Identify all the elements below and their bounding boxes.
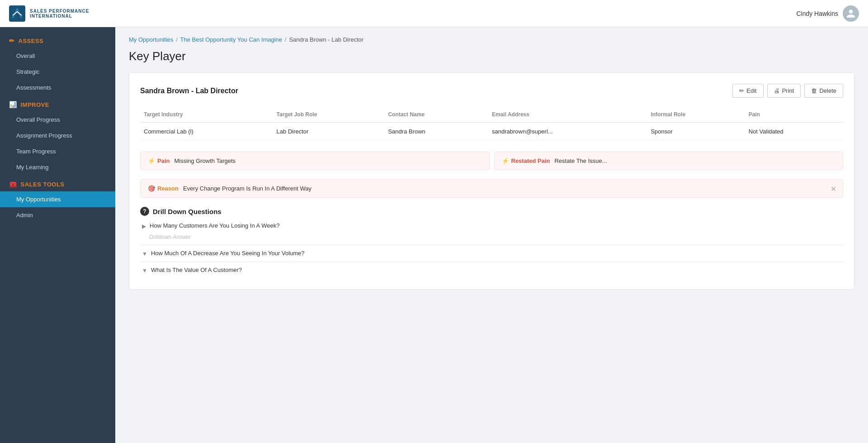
divider-2 <box>140 262 843 262</box>
print-button[interactable]: 🖨 Print <box>767 84 801 98</box>
col-header-email: Email Address <box>488 107 647 123</box>
cell-email: sandrabrown@superl... <box>488 123 647 141</box>
pain-value: Missing Growth Targets <box>174 157 236 164</box>
reason-close-button[interactable]: ✕ <box>830 184 836 193</box>
user-area: Cindy Hawkins <box>796 5 859 22</box>
top-header: SALES PERFORMANCE INTERNATIONAL Cindy Ha… <box>0 0 868 27</box>
sidebar-item-assignment-progress[interactable]: Assignment Progress <box>0 128 115 143</box>
logo-icon <box>9 5 25 22</box>
sidebar-item-team-progress[interactable]: Team Progress <box>0 143 115 159</box>
logo-text: SALES PERFORMANCE INTERNATIONAL <box>30 9 89 19</box>
cell-target-industry: Commercial Lab (l) <box>140 123 273 141</box>
drill-q3-text: What Is The Value Of A Customer? <box>151 267 242 273</box>
chevron-right-icon-q1: ▶ <box>142 223 146 229</box>
restated-pain-label: ⚡ Restated Pain <box>502 157 550 164</box>
briefcase-icon: 🧰 <box>9 181 17 188</box>
sidebar-section-sales-tools[interactable]: 🧰 SALES TOOLS <box>0 175 115 191</box>
col-header-pain: Pain <box>745 107 843 123</box>
pain-restated-pain-pair: ⚡ Pain Missing Growth Targets ⚡ Restated… <box>140 152 843 175</box>
reason-value: Every Change Program Is Run In A Differe… <box>183 185 311 192</box>
sidebar-item-strategic[interactable]: Strategic <box>0 64 115 80</box>
breadcrumb-sep-1: / <box>176 37 177 43</box>
sidebar-item-assessments[interactable]: Assessments <box>0 80 115 95</box>
sidebar: ✏ ASSESS Overall Strategic Assessments 📊… <box>0 27 115 443</box>
print-icon: 🖨 <box>774 87 780 94</box>
trash-icon: 🗑 <box>811 87 817 94</box>
question-circle-icon: ? <box>140 207 149 216</box>
sidebar-item-my-opportunities[interactable]: My Opportunities <box>0 191 115 207</box>
content-area: My Opportunities / The Best Opportunity … <box>115 27 868 443</box>
card-title: Sandra Brown - Lab Director <box>140 87 238 95</box>
drill-down-section-title: ? Drill Down Questions <box>140 207 843 216</box>
logo-area: SALES PERFORMANCE INTERNATIONAL <box>9 5 89 22</box>
delete-button[interactable]: 🗑 Delete <box>804 84 843 98</box>
cell-informal-role: Sponsor <box>647 123 745 141</box>
table-header-row: Target Industry Target Job Role Contact … <box>140 107 843 123</box>
col-header-informal-role: Informal Role <box>647 107 745 123</box>
target-icon: 🎯 <box>148 185 155 192</box>
breadcrumb-current: Sandra Brown - Lab Director <box>289 36 363 43</box>
bolt-icon-restated: ⚡ <box>502 157 509 164</box>
restated-pain-row: ⚡ Restated Pain Restate The Issue... <box>494 152 844 170</box>
col-header-target-job-role: Target Job Role <box>273 107 385 123</box>
card-actions: ✏ Edit 🖨 Print 🗑 Delete <box>732 84 843 98</box>
sidebar-section-assess[interactable]: ✏ ASSESS <box>0 32 115 48</box>
key-player-table: Target Industry Target Job Role Contact … <box>140 107 843 141</box>
edit-icon: ✏ <box>739 87 744 94</box>
user-avatar[interactable] <box>843 5 859 22</box>
col-header-contact-name: Contact Name <box>384 107 488 123</box>
user-name-label: Cindy Hawkins <box>796 10 838 17</box>
drill-question-2[interactable]: ▼ How Much Of A Decrease Are You Seeing … <box>140 250 843 257</box>
pain-label: ⚡ Pain <box>148 157 170 164</box>
sidebar-item-overall-progress[interactable]: Overall Progress <box>0 112 115 128</box>
cell-contact-name: Sandra Brown <box>384 123 488 141</box>
breadcrumb-my-opportunities[interactable]: My Opportunities <box>129 36 173 43</box>
sidebar-section-improve[interactable]: 📊 IMPROVE <box>0 95 115 112</box>
main-card: Sandra Brown - Lab Director ✏ Edit 🖨 Pri… <box>129 72 854 290</box>
sidebar-item-overall[interactable]: Overall <box>0 48 115 64</box>
page-title: Key Player <box>129 49 854 63</box>
pain-row: ⚡ Pain Missing Growth Targets <box>140 152 490 170</box>
restated-pain-value: Restate The Issue... <box>554 157 607 164</box>
drill-q2-text: How Much Of A Decrease Are You Seeing In… <box>151 250 305 257</box>
sidebar-item-my-learning[interactable]: My Learning <box>0 159 115 175</box>
chart-icon: 📊 <box>9 101 17 108</box>
reason-row: 🎯 Reason Every Change Program Is Run In … <box>140 179 843 198</box>
cell-target-job-role: Lab Director <box>273 123 385 141</box>
col-header-target-industry: Target Industry <box>140 107 273 123</box>
reason-label: 🎯 Reason <box>148 185 179 192</box>
breadcrumb: My Opportunities / The Best Opportunity … <box>129 36 854 43</box>
pencil-icon: ✏ <box>9 37 15 44</box>
cell-pain: Not Validated <box>745 123 843 141</box>
sidebar-item-admin[interactable]: Admin <box>0 207 115 223</box>
breadcrumb-opportunity[interactable]: The Best Opportunity You Can Imagine <box>180 36 282 43</box>
drill-question-1[interactable]: ▶ How Many Customers Are You Losing In A… <box>140 222 843 229</box>
divider-1 <box>140 245 843 245</box>
drill-question-3[interactable]: ▼ What Is The Value Of A Customer? <box>140 267 843 274</box>
drill-q1-text: How Many Customers Are You Losing In A W… <box>150 222 279 229</box>
table-row: Commercial Lab (l) Lab Director Sandra B… <box>140 123 843 141</box>
drill-q1-answer[interactable]: Drilldown Answer <box>140 234 843 240</box>
edit-button[interactable]: ✏ Edit <box>732 84 763 98</box>
chevron-down-icon-q2: ▼ <box>142 251 147 257</box>
chevron-down-icon-q3: ▼ <box>142 267 147 274</box>
breadcrumb-sep-2: / <box>285 37 286 43</box>
main-layout: ✏ ASSESS Overall Strategic Assessments 📊… <box>0 27 868 443</box>
bolt-icon-pain: ⚡ <box>148 157 155 164</box>
card-header: Sandra Brown - Lab Director ✏ Edit 🖨 Pri… <box>140 84 843 98</box>
